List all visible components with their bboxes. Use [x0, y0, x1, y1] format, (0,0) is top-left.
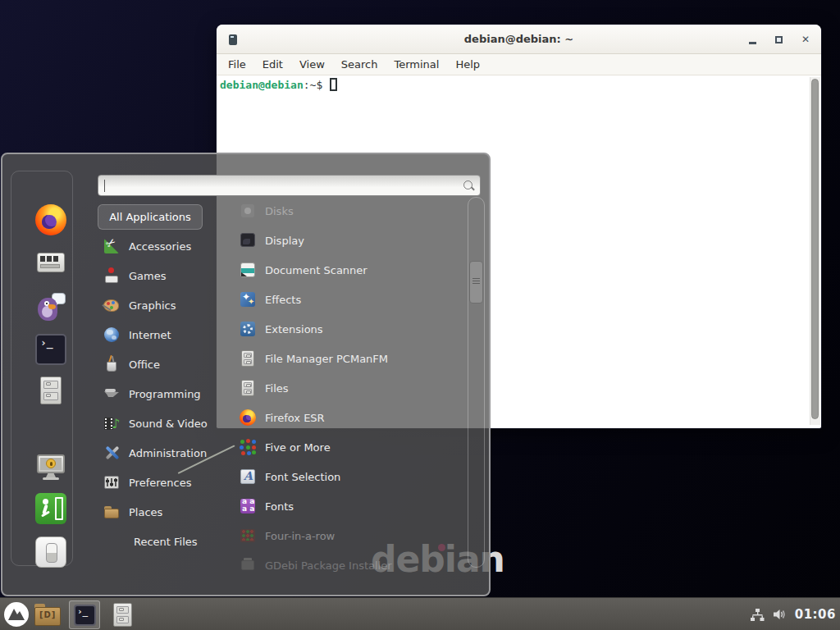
app-effects[interactable]: ✦✦ Effects: [235, 285, 459, 314]
desktop-folder-launcher[interactable]: [D]: [34, 604, 61, 626]
maximize-button[interactable]: [775, 36, 783, 43]
menu-button[interactable]: [3, 601, 30, 628]
category-all-applications[interactable]: All Applications: [98, 204, 203, 230]
places-icon: [103, 503, 121, 521]
extensions-icon: [239, 320, 257, 338]
fonts-icon: a aa a: [239, 497, 257, 515]
internet-icon: [103, 326, 121, 344]
control-center-favorite-icon[interactable]: [35, 247, 66, 278]
pidgin-favorite-icon[interactable]: [35, 291, 66, 322]
terminal-favorite-icon[interactable]: [35, 334, 66, 365]
app-list-scrollbar-thumb[interactable]: [469, 261, 483, 304]
menu-view[interactable]: View: [291, 58, 333, 71]
games-icon: [103, 267, 121, 285]
minimize-button[interactable]: [749, 42, 756, 44]
log-out-button[interactable]: [35, 493, 66, 524]
terminal-window-title: debian@debian: ~: [217, 25, 821, 54]
file-manager-favorite-icon[interactable]: [35, 376, 66, 407]
screen: debian debian@debian: ~ ✕ File Edit View…: [0, 0, 840, 630]
system-tray: 01:06: [750, 598, 836, 630]
prompt-path: :~$: [304, 79, 322, 91]
app-document-scanner[interactable]: Document Scanner: [235, 255, 459, 285]
files-launcher[interactable]: [112, 603, 134, 627]
category-accessories[interactable]: Accessories: [98, 231, 239, 261]
app-label: Effects: [265, 294, 301, 306]
sound-video-icon: ♪: [103, 414, 121, 432]
menu-logo-icon: [3, 601, 30, 628]
shut-down-button[interactable]: [35, 536, 66, 568]
app-five-or-more[interactable]: Five or More: [235, 432, 459, 462]
volume-icon[interactable]: [772, 607, 788, 622]
close-button[interactable]: ✕: [801, 34, 810, 44]
category-games[interactable]: Games: [98, 261, 239, 290]
app-label: Document Scanner: [265, 264, 368, 276]
network-icon[interactable]: [750, 607, 765, 622]
lock-screen-button[interactable]: [35, 451, 66, 482]
menu-search[interactable]: Search: [333, 58, 386, 71]
terminal-scrollbar-thumb[interactable]: [811, 79, 819, 419]
all-applications-label: All Applications: [109, 211, 191, 223]
app-label: Files: [265, 382, 289, 395]
menu-help[interactable]: Help: [447, 58, 488, 71]
firefox-favorite-icon[interactable]: [35, 204, 66, 235]
app-extensions[interactable]: Extensions: [235, 314, 459, 344]
app-font-selection[interactable]: A Font Selection: [235, 462, 459, 491]
menu-search-box[interactable]: [98, 175, 481, 196]
app-fonts[interactable]: a aa a Fonts: [235, 491, 459, 521]
terminal-scrollbar[interactable]: [810, 77, 820, 425]
app-label: GDebi Package Installer: [265, 559, 392, 572]
accessories-icon: [103, 237, 121, 255]
category-label: Accessories: [129, 240, 191, 253]
firefox-icon: [239, 409, 257, 427]
display-icon: [239, 231, 257, 249]
administration-icon: [103, 444, 121, 462]
clock[interactable]: 01:06: [795, 607, 836, 622]
category-label: Places: [129, 506, 162, 518]
terminal-cursor: [330, 78, 337, 91]
text-caret: [104, 180, 105, 192]
menu-edit[interactable]: Edit: [254, 58, 291, 71]
app-gdebi-package-installer[interactable]: GDebi Package Installer: [235, 550, 459, 580]
category-label: Sound & Video: [129, 418, 208, 430]
app-disks[interactable]: Disks: [235, 196, 459, 226]
prompt-user-host: debian@debian: [220, 79, 304, 91]
category-preferences[interactable]: Preferences: [98, 468, 239, 497]
terminal-prompt-line: debian@debian:~$: [220, 78, 818, 91]
graphics-icon: [103, 296, 121, 314]
menu-search-input[interactable]: [98, 176, 480, 195]
menu-file[interactable]: File: [220, 58, 254, 71]
five-or-more-icon: [239, 438, 257, 456]
terminal-titlebar[interactable]: debian@debian: ~ ✕: [217, 25, 821, 54]
category-label: Games: [129, 270, 166, 282]
category-places[interactable]: Places: [98, 497, 239, 527]
app-files[interactable]: Files: [235, 373, 459, 403]
category-graphics[interactable]: Graphics: [98, 290, 239, 320]
app-label: Fonts: [265, 500, 294, 513]
four-in-a-row-icon: [239, 527, 257, 545]
category-label: Administration: [129, 447, 207, 459]
app-display[interactable]: Display: [235, 226, 459, 255]
menu-terminal[interactable]: Terminal: [386, 58, 447, 71]
category-recent-files[interactable]: Recent Files: [98, 527, 239, 556]
category-programming[interactable]: Programming: [98, 379, 239, 409]
app-firefox-esr[interactable]: Firefox ESR: [235, 403, 459, 432]
programming-icon: [103, 385, 121, 403]
app-label: Disks: [265, 205, 294, 217]
gdebi-icon: [239, 556, 257, 574]
category-office[interactable]: Office: [98, 349, 239, 379]
app-label: Five or More: [265, 441, 331, 454]
disks-icon: [239, 202, 257, 220]
category-internet[interactable]: Internet: [98, 320, 239, 349]
app-label: Font Selection: [265, 471, 340, 483]
app-file-manager-pcmanfm[interactable]: File Manager PCManFM: [235, 344, 459, 373]
category-label: Preferences: [129, 477, 191, 489]
terminal-taskbar-button[interactable]: [69, 600, 100, 629]
category-label: Graphics: [129, 299, 176, 312]
app-label: Four-in-a-row: [265, 530, 335, 542]
favorites-column: [11, 171, 73, 566]
app-four-in-a-row[interactable]: Four-in-a-row: [235, 521, 459, 550]
preferences-icon: [103, 473, 121, 491]
category-sound-video[interactable]: ♪ Sound & Video: [98, 409, 239, 438]
start-menu: All Applications Accessories Games Graph…: [1, 153, 491, 596]
app-list-scrollbar[interactable]: [468, 197, 485, 568]
